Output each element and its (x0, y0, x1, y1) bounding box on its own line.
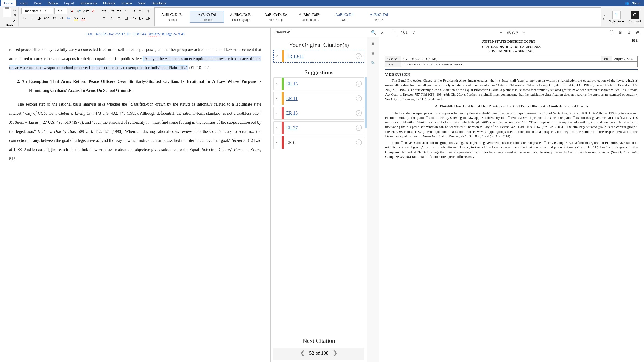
italic-button[interactable]: I (29, 15, 35, 21)
styles-more-icon[interactable]: ▴▸ (602, 7, 606, 26)
next-citation-icon[interactable]: ❯ (333, 350, 338, 356)
zoom-out-icon[interactable]: − (498, 29, 504, 35)
document-body[interactable]: retired peace officers may lawfully carr… (9, 45, 261, 163)
search-icon[interactable]: 🔍 (370, 29, 376, 35)
font-color-button[interactable]: A▾ (80, 15, 86, 21)
tab-references[interactable]: References (77, 0, 100, 6)
prev-match-icon[interactable]: ∧ (379, 29, 385, 35)
numbering-icon[interactable]: 1≡▾ (108, 8, 115, 14)
close-icon[interactable]: × (274, 111, 279, 116)
tab-draw[interactable]: Draw (31, 0, 45, 6)
tab-developer[interactable]: Developer (148, 0, 170, 6)
check-icon[interactable]: ✓ (356, 53, 362, 59)
styles-gallery[interactable]: AaBbCcDdEeNormalAaBbCcDdBody TextAaBbCcD… (154, 7, 601, 26)
clearbrief-pane-button[interactable]: C Clearbrief (627, 7, 642, 26)
suggestion-item[interactable]: ×ER 37✓ (274, 121, 364, 134)
sort-icon[interactable]: A↓ (138, 8, 144, 14)
prev-citation-icon[interactable]: ❮ (300, 350, 305, 356)
citation-link[interactable]: ER 13 (286, 110, 354, 116)
superscript-button[interactable]: X2 (58, 15, 64, 21)
tab-design[interactable]: Design (45, 0, 61, 6)
citation-link[interactable]: ER 6 (286, 140, 354, 145)
shading-icon[interactable]: ◧▾ (138, 15, 144, 21)
citation-link[interactable]: ER 11 (286, 96, 354, 101)
font-size-select[interactable]: 14▼ (54, 8, 67, 14)
align-left-icon[interactable]: ≡ (101, 15, 107, 21)
paragraph[interactable]: retired peace officers may lawfully carr… (9, 45, 261, 72)
tab-review[interactable]: Review (118, 0, 135, 6)
check-icon[interactable]: ✓ (356, 125, 362, 131)
print-icon[interactable]: 🖨 (635, 29, 641, 35)
paragraph[interactable]: The second step of the rational basis an… (9, 100, 261, 163)
cut-icon[interactable]: ✂ (12, 8, 17, 12)
clear-formatting-icon[interactable]: A̷ (90, 8, 96, 14)
check-icon[interactable]: ✓ (356, 96, 362, 102)
suggestion-item[interactable]: ×ER 15✓ (274, 77, 364, 90)
close-icon[interactable]: × (274, 126, 279, 130)
suggestion-item[interactable]: ×ER 6✓ (274, 136, 364, 149)
citation-link[interactable]: ER 15 (286, 81, 354, 86)
styles-pane-button[interactable]: ¶ Styles Pane (607, 7, 626, 26)
download-icon[interactable]: ⤓ (626, 29, 632, 35)
page-input[interactable] (388, 29, 398, 35)
align-right-icon[interactable]: ≡ (116, 15, 122, 21)
justify-icon[interactable]: ▤ (123, 15, 130, 21)
original-citation-item[interactable]: × ER 10-11 ✓ (274, 50, 364, 63)
close-icon[interactable]: × (274, 96, 279, 101)
underline-button[interactable]: U▾ (36, 15, 42, 21)
citation-link[interactable]: ER 10-11 (286, 54, 353, 59)
style-card[interactable]: AaBbCcDdEeList Paragraph (224, 11, 258, 23)
style-card[interactable]: AaBbCcDdTOC 1 (327, 11, 362, 23)
attachments-icon[interactable]: 📎 (370, 60, 376, 66)
align-center-icon[interactable]: ≡ (108, 15, 115, 21)
next-match-icon[interactable]: ∨ (410, 29, 416, 35)
close-icon[interactable]: × (274, 54, 280, 59)
style-card[interactable]: AaBbCcDdEeNormal (155, 11, 190, 23)
borders-icon[interactable]: ▦▾ (145, 15, 152, 21)
show-marks-icon[interactable]: ¶ (145, 8, 152, 14)
style-card[interactable]: AaBbCcDdEeNo Spacing (258, 11, 293, 23)
shrink-font-icon[interactable]: A▾ (76, 8, 82, 14)
suggestion-item[interactable]: ×ER 11✓ (274, 92, 364, 105)
tab-view[interactable]: View (135, 0, 148, 6)
subscript-button[interactable]: X2 (51, 15, 57, 21)
fullscreen-icon[interactable]: ⛶ (609, 29, 615, 35)
close-icon[interactable]: × (274, 140, 279, 145)
highlight-button[interactable]: ✎▾ (73, 15, 79, 21)
change-case-icon[interactable]: Aa▾ (83, 8, 89, 14)
scrollbar[interactable] (365, 77, 366, 333)
clipboard-icon[interactable] (3, 8, 11, 18)
multilevel-icon[interactable]: ≣▾ (116, 8, 122, 14)
zoom-level[interactable]: 90% ▾ (507, 30, 518, 35)
outline-icon[interactable]: ▤ (370, 50, 376, 56)
bold-button[interactable]: B (21, 15, 28, 21)
tab-home[interactable]: Home (1, 0, 16, 6)
strikethrough-button[interactable]: abc (43, 15, 50, 21)
style-card[interactable]: AaBbCcDdBody Text (190, 11, 224, 23)
open-icon[interactable]: 🗎 (618, 29, 623, 35)
style-card[interactable]: AaBbCcDdTOC 2 (362, 11, 396, 23)
bullets-icon[interactable]: •≡▾ (101, 8, 107, 14)
copy-icon[interactable]: ⧉ (12, 13, 17, 18)
document-pane[interactable]: Case: 16-56125, 04/03/2017, ID: 10381543… (0, 28, 270, 362)
style-card[interactable]: AaBbCcDdEeTable Paragr... (293, 11, 327, 23)
close-icon[interactable]: × (274, 82, 279, 86)
increase-indent-icon[interactable]: ⇥ (130, 8, 137, 14)
check-icon[interactable]: ✓ (356, 110, 362, 116)
check-icon[interactable]: ✓ (356, 140, 362, 146)
format-painter-icon[interactable]: 🖌 (12, 18, 17, 22)
zoom-in-icon[interactable]: + (521, 29, 527, 35)
font-name-select[interactable]: Times New R...▼ (21, 8, 54, 14)
grow-font-icon[interactable]: A▴ (68, 8, 74, 14)
tab-insert[interactable]: Insert (16, 0, 31, 6)
tab-layout[interactable]: Layout (61, 0, 77, 6)
thumbnails-icon[interactable]: ▦ (370, 40, 376, 46)
text-effects-icon[interactable]: A▾ (66, 15, 72, 21)
heading-2[interactable]: 2. An Exemption That Arms Retired Peace … (24, 77, 261, 95)
share-button[interactable]: 👥⁺Share (622, 0, 643, 6)
suggestion-item[interactable]: ×ER 13✓ (274, 107, 364, 120)
tab-mailings[interactable]: Mailings (100, 0, 118, 6)
line-spacing-icon[interactable]: ↕≡▾ (130, 15, 137, 21)
decrease-indent-icon[interactable]: ⇤ (123, 8, 130, 14)
citation-link[interactable]: ER 37 (286, 125, 354, 130)
